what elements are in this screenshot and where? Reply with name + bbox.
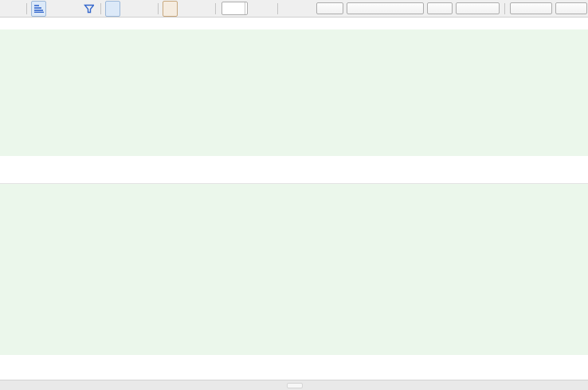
- pick-s-button[interactable]: [299, 1, 314, 17]
- top-waveform-panel[interactable]: [0, 29, 588, 156]
- truncated-icon[interactable]: [0, 2, 10, 16]
- seismic-analysis-window: [0, 0, 588, 390]
- pick-p-button[interactable]: [282, 1, 297, 17]
- toolbar-separator: [26, 3, 27, 14]
- info-bar: [0, 18, 588, 29]
- toolbar-separator: [215, 3, 216, 14]
- amplitude-period-button[interactable]: [65, 1, 80, 17]
- levels-icon: [33, 4, 44, 13]
- amplitude-scale-button[interactable]: [31, 1, 46, 17]
- resize-grip[interactable]: [287, 383, 303, 388]
- locator-combo[interactable]: [510, 2, 552, 14]
- align-p-button[interactable]: [122, 1, 137, 17]
- add-button[interactable]: [251, 2, 261, 16]
- component-2-button[interactable]: [179, 1, 194, 17]
- toolbar-separator: [277, 3, 278, 14]
- funnel-icon: [84, 4, 94, 14]
- angle-spinner[interactable]: [221, 2, 248, 15]
- component-1-button[interactable]: [163, 1, 178, 17]
- velocity-model-combo[interactable]: [555, 2, 587, 14]
- hide-predicted-button[interactable]: [263, 2, 273, 16]
- toolbar-separator: [504, 3, 505, 14]
- rotate-icon[interactable]: [12, 2, 22, 16]
- status-footer: [0, 380, 588, 390]
- filter-button[interactable]: [81, 1, 96, 17]
- angle-value: [222, 2, 245, 14]
- component-3-button[interactable]: [196, 1, 211, 17]
- top-time-axis: [0, 156, 588, 184]
- components-combo[interactable]: [427, 2, 453, 14]
- array-beam-button[interactable]: [48, 1, 63, 17]
- toolbar: [0, 0, 588, 18]
- response-combo[interactable]: [456, 2, 500, 14]
- align-origin-button[interactable]: [105, 1, 120, 17]
- onset-picker-combo[interactable]: [316, 2, 343, 14]
- bottom-waveform-panel[interactable]: [0, 184, 588, 355]
- toolbar-separator: [158, 3, 159, 14]
- toolbar-separator: [100, 3, 101, 14]
- filter-combo[interactable]: [347, 2, 424, 14]
- bottom-time-axis: [0, 355, 588, 380]
- align-s-button[interactable]: [139, 1, 154, 17]
